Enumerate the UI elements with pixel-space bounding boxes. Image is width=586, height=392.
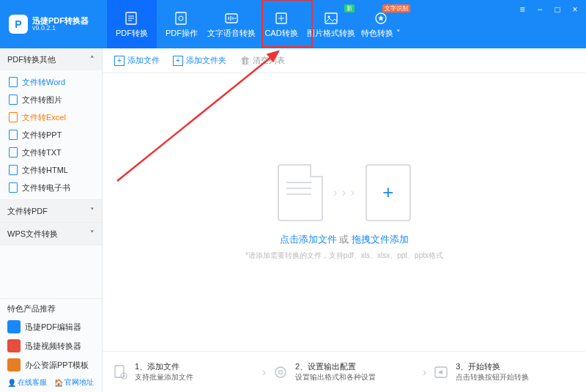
chevron-right-icon: ›	[262, 366, 266, 379]
sidebar: PDF转换其他 ˄ 文件转Word 文件转图片 文件转Excel 文件转PPT …	[0, 48, 103, 392]
app-icon	[7, 339, 21, 352]
plus-icon: +	[114, 56, 125, 66]
chevron-up-icon: ˄	[90, 55, 94, 64]
svg-point-6	[328, 15, 330, 18]
document-icon	[278, 164, 323, 221]
app-logo-icon: P	[9, 15, 28, 34]
tab-image-format[interactable]: 新 图片格式转换	[306, 0, 356, 48]
sidebar-item-to-excel[interactable]: 文件转Excel	[0, 108, 102, 126]
svg-point-11	[279, 370, 283, 374]
file-toolbar: +添加文件 +添加文件夹 🗑清空列表	[103, 48, 586, 73]
sidebar-item-to-word[interactable]: 文件转Word	[0, 73, 102, 91]
chevron-down-icon: ˅	[90, 207, 94, 216]
file-drop-zone[interactable]: › › › + 点击添加文件 或 拖拽文件添加 *请添加需要转换的文件，支持pd…	[103, 73, 586, 351]
trash-icon: 🗑	[240, 56, 250, 66]
tab-pdf-convert[interactable]: PDF转换	[107, 0, 157, 48]
pdf-doc-icon	[122, 10, 141, 26]
close-button[interactable]: ×	[570, 4, 580, 15]
file-icon	[9, 165, 18, 175]
add-folder-button[interactable]: +添加文件夹	[173, 55, 226, 66]
chevron-right-icon: ›	[423, 366, 426, 379]
add-file-button[interactable]: +添加文件	[114, 55, 160, 66]
sidebar-reco-head: 特色产品推荐	[0, 298, 102, 317]
drop-text: 点击添加文件 或 拖拽文件添加	[280, 233, 409, 246]
app-header: P 迅捷PDF转换器 v9.0.2.1 PDF转换 PDF操作 文字语音转换 C…	[0, 0, 586, 48]
reco-video-converter[interactable]: 迅捷视频转换器	[0, 336, 102, 355]
tab-label: 文字语音转换	[207, 28, 256, 39]
sidebar-item-to-ebook[interactable]: 文件转电子书	[0, 179, 102, 196]
clear-list-button[interactable]: 🗑清空列表	[240, 55, 285, 66]
tab-cad-convert[interactable]: CAD转换	[256, 0, 306, 48]
menu-button[interactable]: ≡	[517, 4, 527, 15]
badge-ocr: 文字识别	[382, 4, 410, 12]
file-icon	[9, 112, 18, 122]
sidebar-item-to-ppt[interactable]: 文件转PPT	[0, 126, 102, 144]
sidebar-item-to-image[interactable]: 文件转图片	[0, 91, 102, 108]
file-icon	[9, 182, 18, 193]
cad-icon	[272, 10, 291, 26]
image-icon	[322, 10, 341, 26]
reco-pdf-editor[interactable]: 迅捷PDF编辑器	[0, 317, 102, 336]
footer-kf-link[interactable]: 👤在线客服	[7, 377, 47, 388]
steps-bar: 1、添加文件支持批量添加文件 › 2、设置输出配置设置输出格式和各种设置 › 3…	[103, 351, 586, 392]
sidebar-item-to-html[interactable]: 文件转HTML	[0, 161, 102, 179]
drop-subtext: *请添加需要转换的文件，支持pdf、xls、xlsx、ppt、pptx格式	[245, 251, 443, 261]
chevron-down-icon: ˅	[90, 229, 94, 239]
drop-illustration: › › › +	[278, 164, 411, 221]
tab-label: 特色转换 ˅	[361, 28, 400, 39]
settings-step-icon	[272, 363, 289, 381]
sidebar-head-pdf-to-other[interactable]: PDF转换其他 ˄	[0, 48, 102, 70]
svg-point-2	[179, 16, 183, 21]
plus-page-icon: +	[366, 164, 411, 221]
add-file-step-icon	[111, 363, 129, 381]
window-controls: ≡ − □ ×	[517, 4, 580, 15]
reco-ppt-template[interactable]: 办公资源PPT模板	[0, 355, 102, 374]
tab-label: 图片格式转换	[307, 28, 355, 39]
badge-new: 新	[344, 4, 355, 12]
file-icon	[9, 147, 18, 158]
app-icon	[7, 358, 21, 371]
step-3: 3、开始转换点击转换按钮开始转换	[432, 361, 577, 382]
tab-label: PDF转换	[116, 28, 148, 39]
file-icon	[9, 95, 18, 105]
content-area: +添加文件 +添加文件夹 🗑清空列表 › › › + 点击添加文件 或 拖拽文件…	[103, 48, 586, 392]
sidebar-head-to-pdf[interactable]: 文件转PDF ˅	[0, 200, 102, 222]
sidebar-item-to-txt[interactable]: 文件转TXT	[0, 144, 102, 161]
maximize-button[interactable]: □	[552, 4, 563, 15]
app-version: v9.0.2.1	[32, 25, 89, 32]
app-logo: P 迅捷PDF转换器 v9.0.2.1	[9, 15, 104, 34]
arrow-icon: › › ›	[333, 186, 355, 199]
svg-rect-3	[226, 14, 237, 23]
svg-point-10	[275, 367, 286, 377]
footer-site-link[interactable]: 🏠官网地址	[54, 377, 94, 388]
tab-text-voice[interactable]: 文字语音转换	[207, 0, 256, 48]
svg-rect-5	[325, 13, 337, 23]
tab-special[interactable]: 文字识别 特色转换 ˅	[356, 0, 406, 48]
convert-step-icon	[432, 363, 450, 381]
app-icon	[7, 320, 21, 333]
minimize-button[interactable]: −	[535, 4, 545, 15]
step-2: 2、设置输出配置设置输出格式和各种设置	[272, 361, 417, 382]
file-icon	[9, 130, 18, 140]
voice-icon	[222, 10, 241, 26]
main-tabs: PDF转换 PDF操作 文字语音转换 CAD转换 新 图片格式转换 文字识别 特…	[107, 0, 406, 48]
tab-pdf-operate[interactable]: PDF操作	[157, 0, 207, 48]
svg-rect-1	[176, 12, 186, 24]
plus-folder-icon: +	[173, 56, 183, 66]
file-icon	[9, 77, 18, 87]
sidebar-head-wps[interactable]: WPS文件转换 ˅	[0, 223, 102, 245]
tab-label: CAD转换	[264, 28, 297, 39]
gear-doc-icon	[172, 10, 191, 26]
tab-label: PDF操作	[166, 28, 198, 39]
step-1: 1、添加文件支持批量添加文件	[111, 361, 256, 382]
